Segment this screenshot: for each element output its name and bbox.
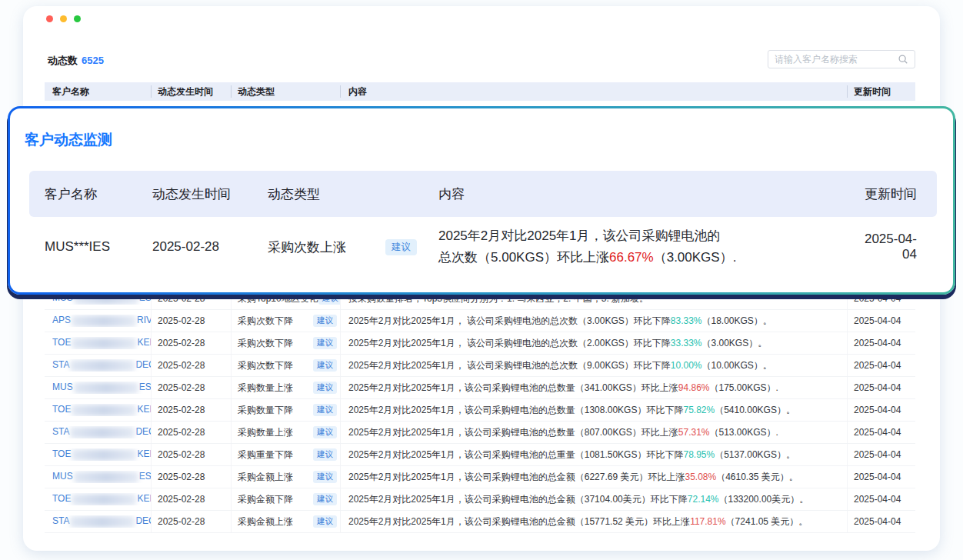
detail-data-row[interactable]: MUS***IES 2025-02-28 采购次数上涨 建议 2025年2月对比… <box>29 217 937 277</box>
table-header-row: 客户名称 动态发生时间 动态类型 内容 更新时间 <box>45 82 915 101</box>
detail-percent-value: 66.67% <box>609 250 654 265</box>
customer-name-link[interactable]: TOEKEH... <box>52 404 151 415</box>
event-type-cell: 采购次数下降建议 <box>232 310 341 332</box>
update-date: 2025-04-04 <box>848 377 915 398</box>
detail-card-body: 客户动态监测 客户名称 动态发生时间 动态类型 内容 更新时间 MUS***IE… <box>10 108 953 292</box>
event-type-cell: 采购数量上涨建议 <box>232 377 341 398</box>
event-type: 采购金额上涨 <box>238 515 293 528</box>
event-type: 采购次数下降 <box>238 315 293 328</box>
suggestion-badge: 建议 <box>313 315 337 327</box>
name-prefix: TOE <box>52 337 71 348</box>
search-icon[interactable] <box>898 54 908 65</box>
redacted-blur <box>72 338 136 349</box>
table-row[interactable]: STADECK... 2025-02-28 采购数量上涨建议 2025年2月对比… <box>45 422 915 444</box>
customer-name-cell: STADECK... <box>45 355 152 376</box>
event-type: 采购数量上涨 <box>238 426 293 439</box>
content-suffix: （5410.00KGS）。 <box>715 404 795 417</box>
name-prefix: MUS <box>52 471 73 482</box>
customer-name-link[interactable]: TOEKEH... <box>52 448 151 460</box>
suggestion-badge: 建议 <box>313 337 337 349</box>
detail-update-date: 2025-04-04 <box>852 232 937 262</box>
event-date: 2025-02-28 <box>152 466 232 488</box>
content-cell: 2025年2月对比2025年1月，该公司采购锂电池的总数量（807.00KGS）… <box>341 422 848 443</box>
table-row[interactable]: STADECK... 2025-02-28 采购次数下降建议 2025年2月对比… <box>45 355 915 377</box>
customer-name-cell: TOEKEH... <box>45 332 152 354</box>
detail-content-cell: 2025年2月对比2025年1月，该公司采购锂电池的 总次数（5.00KGS）环… <box>438 225 852 268</box>
customer-name-link[interactable]: MUSES P... <box>52 382 151 393</box>
header-event-date: 动态发生时间 <box>152 85 232 98</box>
customer-name-link[interactable]: MUSES P... <box>52 471 151 482</box>
content-cell: 2025年2月对比2025年1月， 该公司采购锂电池的总次数（3.00KGS）环… <box>341 310 848 332</box>
event-type-cell: 采购次数下降建议 <box>232 355 341 376</box>
percent-value: 72.14% <box>688 494 719 505</box>
minimize-window-button[interactable] <box>60 15 67 22</box>
content-suffix: （133200.00美元）。 <box>719 493 809 506</box>
customer-name-cell: TOEKEH... <box>45 444 152 465</box>
customer-name-link[interactable]: STADECK... <box>52 515 151 527</box>
customer-name-link[interactable]: APSRIVAT... <box>52 315 151 326</box>
name-suffix: KEH... <box>137 404 151 415</box>
content-text: 2025年2月对比2025年1月，该公司采购锂电池的总数量（1308.00KGS… <box>348 404 683 417</box>
redacted-blur <box>74 472 138 483</box>
content-text: 2025年2月对比2025年1月， 该公司采购锂电池的总次数（9.00KGS）环… <box>348 359 671 372</box>
suggestion-badge: 建议 <box>313 359 337 372</box>
customer-name-link[interactable]: TOEKEH... <box>52 337 151 348</box>
table-row[interactable]: TOEKEH... 2025-02-28 采购数量下降建议 2025年2月对比2… <box>45 399 915 422</box>
content-suffix: （4610.35 美元）。 <box>716 471 798 484</box>
customer-name-link[interactable]: TOEKEH... <box>52 493 151 505</box>
search-input[interactable] <box>775 54 898 65</box>
percent-value: 35.08% <box>685 472 716 482</box>
name-prefix: APS <box>52 315 71 325</box>
content-cell: 2025年2月对比2025年1月，该公司采购锂电池的总数量（1308.00KGS… <box>341 399 848 421</box>
update-date: 2025-04-04 <box>848 466 915 488</box>
detail-customer-name: MUS***IES <box>29 239 152 255</box>
detail-event-type-cell: 采购次数上涨 建议 <box>268 238 438 256</box>
content-text: 2025年2月对比2025年1月，该公司采购锂电池的总金额（6227.69 美元… <box>348 471 685 484</box>
detail-header-event-date: 动态发生时间 <box>152 185 268 203</box>
detail-event-date: 2025-02-28 <box>152 239 268 255</box>
table-row[interactable]: TOEKEH... 2025-02-28 采购次数下降建议 2025年2月对比2… <box>45 332 915 355</box>
detail-header-customer-name: 客户名称 <box>29 185 152 203</box>
redacted-blur <box>72 494 136 505</box>
event-date: 2025-02-28 <box>152 488 232 510</box>
percent-value: 57.31% <box>678 427 710 438</box>
table-row[interactable]: STADECK... 2025-02-28 采购金额上涨建议 2025年2月对比… <box>45 511 915 533</box>
close-window-button[interactable] <box>46 15 53 22</box>
detail-event-type: 采购次数上涨 <box>268 238 346 256</box>
name-suffix: ES P... <box>139 471 151 482</box>
customer-name-link[interactable]: STADECK... <box>52 359 151 371</box>
table-row[interactable]: MUSES P... 2025-02-28 采购金额上涨建议 2025年2月对比… <box>45 466 915 488</box>
redacted-blur <box>70 427 135 438</box>
table-row[interactable]: TOEKEH... 2025-02-28 采购重量下降建议 2025年2月对比2… <box>45 444 915 466</box>
event-date: 2025-02-28 <box>152 399 232 421</box>
percent-value: 33.33% <box>671 338 702 348</box>
content-cell: 2025年2月对比2025年1月， 该公司采购锂电池的总次数（2.00KGS）环… <box>341 332 848 354</box>
customer-name-link[interactable]: STADECK... <box>52 426 151 438</box>
event-date: 2025-02-28 <box>152 332 232 354</box>
content-suffix: （5137.00KGS）。 <box>715 448 795 462</box>
percent-value: 75.82% <box>683 405 715 415</box>
event-type: 采购金额上涨 <box>238 471 293 484</box>
detail-content-line1: 2025年2月对比2025年1月，该公司采购锂电池的 <box>438 225 852 247</box>
table-row[interactable]: TOEKEH... 2025-02-28 采购金额下降建议 2025年2月对比2… <box>45 488 915 511</box>
table-row[interactable]: MUSES P... 2025-02-28 采购数量上涨建议 2025年2月对比… <box>45 377 915 399</box>
event-date: 2025-02-28 <box>152 511 232 532</box>
redacted-blur <box>74 382 138 394</box>
header-content: 内容 <box>341 85 848 98</box>
name-prefix: STA <box>52 359 69 370</box>
header-customer-name: 客户名称 <box>45 85 152 98</box>
name-suffix: KEH... <box>137 493 151 504</box>
name-prefix: TOE <box>52 448 71 459</box>
content-suffix: （10.00KGS）。 <box>701 359 771 372</box>
detail-content-suffix: （3.00KGS）. <box>654 250 737 265</box>
content-text: 2025年2月对比2025年1月，该公司采购锂电池的总重量（1081.50KGS… <box>348 448 683 462</box>
content-suffix: （175.00KGS）. <box>710 382 778 395</box>
update-date: 2025-04-04 <box>848 511 915 532</box>
event-date: 2025-02-28 <box>152 422 232 443</box>
suggestion-badge: 建议 <box>313 382 337 394</box>
table-row[interactable]: APSRIVAT... 2025-02-28 采购次数下降建议 2025年2月对… <box>45 310 915 332</box>
customer-name-cell: TOEKEH... <box>45 399 152 421</box>
maximize-window-button[interactable] <box>74 15 81 22</box>
suggestion-badge: 建议 <box>313 448 337 461</box>
event-type-cell: 采购金额上涨建议 <box>232 511 341 532</box>
